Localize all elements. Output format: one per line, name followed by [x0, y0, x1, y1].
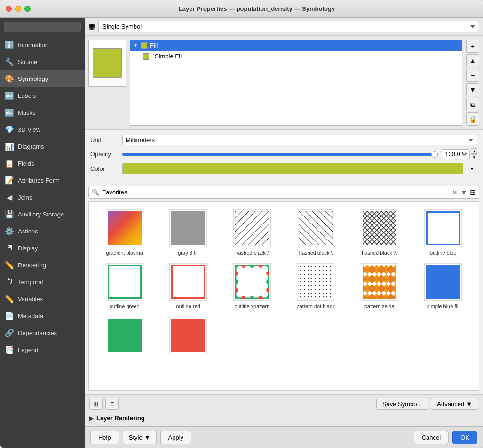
pattern-dot-black-preview	[299, 265, 333, 299]
sidebar-item-legend[interactable]: 📑 Legend	[0, 341, 85, 358]
library-search-input[interactable]	[102, 189, 449, 196]
sidebar-item-masks[interactable]: 🔤 Masks	[0, 104, 85, 121]
gradient-plasma-preview	[108, 211, 142, 245]
sidebar-item-temporal[interactable]: ⏱ Temporal	[0, 273, 85, 290]
advanced-button[interactable]: Advanced ▼	[431, 398, 478, 410]
duplicate-button[interactable]: ⧉	[466, 98, 479, 111]
opacity-down-button[interactable]: ▼	[471, 154, 477, 160]
sidebar-item-display[interactable]: 🖥 Display	[0, 240, 85, 256]
opacity-input[interactable]	[442, 149, 470, 159]
sidebar-item-joins[interactable]: ◀ Joins	[0, 189, 85, 206]
symbol-item-solid-red[interactable]	[157, 313, 221, 361]
cancel-button[interactable]: Cancel	[414, 431, 449, 444]
list-view-button[interactable]: ≡	[105, 398, 119, 410]
save-row: ⊞ ≡ Save Symbo... Advanced ▼	[89, 398, 478, 410]
outline-xpattern-svg	[235, 265, 269, 299]
sidebar-item-attributes-form[interactable]: 📝 Attributes Form	[0, 172, 85, 189]
sidebar-search-input[interactable]	[4, 22, 81, 32]
sidebar-item-auxiliary-storage[interactable]: 💾 Auxiliary Storage	[0, 206, 85, 223]
labels-icon: 🔤	[5, 91, 14, 100]
hashed-fwd-svg	[235, 211, 269, 245]
layer-rendering-toggle[interactable]: ▶	[89, 415, 94, 422]
symbol-item-gradient-plasma[interactable]: gradient plasma	[93, 206, 157, 259]
sidebar-item-label: Information	[18, 41, 48, 48]
symbol-item-outline-xpattern[interactable]: outline xpattern	[220, 259, 284, 313]
opacity-up-button[interactable]: ▲	[471, 148, 477, 154]
symbol-name-pattern-zelda: pattern zelda	[364, 304, 395, 309]
symbol-thumb-outline-red	[169, 263, 207, 301]
3dview-icon: 💎	[5, 125, 14, 134]
symbol-item-outline-red[interactable]: outline red	[157, 259, 221, 313]
symbol-type-select[interactable]: Single Symbol	[98, 21, 479, 32]
symbol-item-outline-green[interactable]: outline green	[93, 259, 157, 313]
maximize-button[interactable]	[24, 6, 31, 12]
sidebar-item-3dview[interactable]: 💎 3D View	[0, 121, 85, 138]
sidebar-item-labels[interactable]: 🔤 Labels	[0, 87, 85, 104]
library-options-button[interactable]: ⊞	[470, 188, 476, 197]
symbol-tree-fill-row[interactable]: ▼ Fill	[130, 40, 462, 51]
sidebar-item-diagrams[interactable]: 📊 Diagrams	[0, 138, 85, 155]
sidebar-item-fields[interactable]: 📋 Fields	[0, 155, 85, 172]
symbol-thumb-hashed-black-x	[361, 209, 398, 247]
search-icon: 🔍	[92, 189, 99, 196]
symbol-item-outline-blue[interactable]: outline blue	[412, 206, 475, 259]
apply-button[interactable]: Apply	[160, 431, 192, 444]
help-button[interactable]: Help	[90, 431, 119, 444]
sidebar-item-label: Display	[18, 245, 38, 252]
sidebar-item-rendering[interactable]: ✏️ Rendering	[0, 256, 85, 273]
symbol-item-solid-green[interactable]	[93, 313, 157, 361]
sidebar-item-actions[interactable]: ⚙️ Actions	[0, 223, 85, 240]
sidebar-item-variables[interactable]: ✏️ Variables	[0, 290, 85, 307]
sidebar-item-dependencies[interactable]: 🔗 Dependencies	[0, 324, 85, 341]
auxiliary-storage-icon: 💾	[5, 209, 14, 219]
search-dropdown-button[interactable]: ▼	[460, 189, 467, 196]
ok-button[interactable]: OK	[452, 431, 477, 444]
lock-button[interactable]: 🔒	[466, 112, 479, 126]
pattern-zelda-svg	[363, 265, 396, 299]
symbol-item-pattern-zelda[interactable]: pattern zelda	[348, 259, 412, 313]
svg-rect-5	[299, 211, 333, 245]
symbol-item-simple-blue-fill[interactable]: simple blue fill	[412, 259, 475, 313]
fields-icon: 📋	[5, 159, 14, 168]
grid-view-button[interactable]: ⊞	[89, 398, 103, 410]
tree-arrow: ▼	[133, 43, 138, 48]
layer-rendering-row: ▶ Layer Rendering	[89, 413, 478, 424]
style-button[interactable]: Style ▼	[123, 431, 157, 444]
symbol-tree: ▼ Fill Simple Fill	[130, 40, 462, 126]
color-bar[interactable]	[122, 163, 463, 174]
sidebar-item-symbology[interactable]: 🎨 Symbology	[0, 70, 85, 87]
sidebar-item-label: Joins	[18, 194, 32, 201]
add-layer-button[interactable]: +	[466, 40, 479, 53]
remove-layer-button[interactable]: −	[466, 69, 479, 82]
symbol-item-hashed-black-fwd[interactable]: hashed black /	[220, 206, 284, 259]
hashed-back-svg	[299, 211, 333, 245]
move-down-button[interactable]: ▼	[466, 83, 479, 96]
search-clear-button[interactable]: ✕	[452, 189, 458, 196]
move-up-button[interactable]: ▲	[466, 54, 479, 67]
sidebar-item-label: Temporal	[18, 279, 43, 286]
symbol-item-pattern-dot-black[interactable]: pattern dot black	[284, 259, 348, 313]
symbol-item-hashed-black-x[interactable]: hashed black X	[348, 206, 412, 259]
sidebar-item-label: Diagrams	[18, 143, 44, 150]
save-symbol-button[interactable]: Save Symbo...	[376, 398, 428, 410]
masks-icon: 🔤	[5, 108, 14, 117]
color-dropdown-button[interactable]: ▼	[467, 163, 477, 174]
symbol-tree-simple-fill-row[interactable]: Simple Fill	[130, 51, 462, 62]
sidebar-item-label: Actions	[18, 228, 38, 235]
sidebar-item-metadata[interactable]: 📄 Metadata	[0, 307, 85, 324]
sidebar-item-label: Metadata	[18, 312, 43, 320]
content-area: ▦ Single Symbol ▼ Fill	[85, 18, 483, 448]
advanced-label: Advanced	[437, 400, 464, 408]
sidebar-item-information[interactable]: ℹ️ Information	[0, 36, 85, 53]
symbol-type-toolbar: ▦ Single Symbol	[85, 18, 483, 36]
sidebar-item-source[interactable]: 🔧 Source	[0, 53, 85, 70]
opacity-value-container: ▲ ▼	[442, 148, 477, 160]
temporal-icon: ⏱	[5, 277, 14, 287]
close-button[interactable]	[6, 6, 12, 12]
minimize-button[interactable]	[15, 6, 21, 12]
opacity-slider[interactable]	[122, 153, 438, 156]
symbol-item-gray-3-fill[interactable]: gray 3 fill	[157, 206, 221, 259]
rendering-icon: ✏️	[5, 260, 14, 270]
symbol-item-hashed-black-back[interactable]: hashed black \	[284, 206, 348, 259]
unit-select[interactable]: Millimeters	[122, 135, 477, 145]
